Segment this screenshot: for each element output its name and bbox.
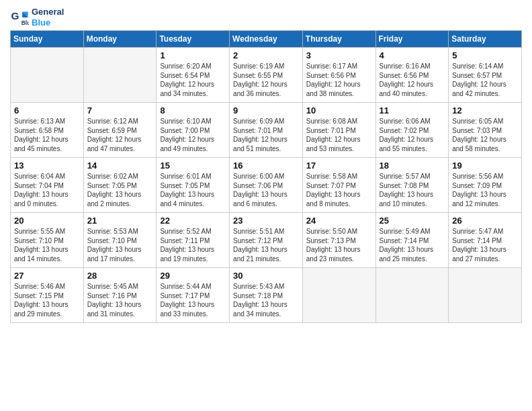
day-number: 9: [233, 105, 299, 116]
day-number: 21: [87, 216, 153, 226]
calendar-cell: 26Sunrise: 5:47 AMSunset: 7:14 PMDayligh…: [449, 213, 522, 268]
cell-daylight-info: Sunrise: 6:04 AMSunset: 7:04 PMDaylight:…: [14, 172, 80, 208]
day-number: 16: [233, 161, 299, 171]
day-number: 17: [306, 161, 372, 171]
cell-daylight-info: Sunrise: 6:13 AMSunset: 6:58 PMDaylight:…: [14, 117, 80, 153]
calendar-cell: 25Sunrise: 5:49 AMSunset: 7:14 PMDayligh…: [375, 213, 449, 268]
day-number: 23: [233, 216, 299, 226]
calendar-cell: 24Sunrise: 5:50 AMSunset: 7:13 PMDayligh…: [302, 213, 375, 268]
cell-daylight-info: Sunrise: 5:57 AMSunset: 7:08 PMDaylight:…: [380, 172, 445, 208]
header-wednesday: Wednesday: [230, 31, 303, 48]
header-thursday: Thursday: [302, 31, 375, 48]
cell-daylight-info: Sunrise: 6:01 AMSunset: 7:05 PMDaylight:…: [160, 172, 226, 208]
calendar-cell: 2Sunrise: 6:19 AMSunset: 6:55 PMDaylight…: [230, 48, 303, 103]
calendar-cell: 23Sunrise: 5:51 AMSunset: 7:12 PMDayligh…: [230, 213, 303, 268]
cell-daylight-info: Sunrise: 5:46 AMSunset: 7:15 PMDaylight:…: [14, 282, 80, 318]
cell-daylight-info: Sunrise: 5:53 AMSunset: 7:10 PMDaylight:…: [87, 227, 153, 263]
cell-daylight-info: Sunrise: 5:52 AMSunset: 7:11 PMDaylight:…: [160, 227, 226, 263]
day-number: 4: [380, 50, 445, 60]
calendar-week-row: 20Sunrise: 5:55 AMSunset: 7:10 PMDayligh…: [11, 213, 522, 268]
calendar-cell: 12Sunrise: 6:05 AMSunset: 7:03 PMDayligh…: [449, 103, 522, 158]
cell-daylight-info: Sunrise: 6:12 AMSunset: 6:59 PMDaylight:…: [87, 117, 153, 153]
day-number: 2: [233, 50, 299, 60]
calendar-cell: 13Sunrise: 6:04 AMSunset: 7:04 PMDayligh…: [11, 158, 84, 213]
calendar-week-row: 13Sunrise: 6:04 AMSunset: 7:04 PMDayligh…: [11, 158, 522, 213]
calendar-cell: 4Sunrise: 6:16 AMSunset: 6:56 PMDaylight…: [375, 48, 449, 103]
logo-general: General: [32, 7, 64, 17]
calendar-cell: 30Sunrise: 5:43 AMSunset: 7:18 PMDayligh…: [230, 268, 303, 323]
calendar-cell: [302, 268, 375, 323]
calendar-cell: [449, 268, 522, 323]
calendar-cell: 22Sunrise: 5:52 AMSunset: 7:11 PMDayligh…: [157, 213, 230, 268]
cell-daylight-info: Sunrise: 5:49 AMSunset: 7:14 PMDaylight:…: [380, 227, 445, 263]
calendar-cell: 10Sunrise: 6:08 AMSunset: 7:01 PMDayligh…: [302, 103, 375, 158]
cell-daylight-info: Sunrise: 5:51 AMSunset: 7:12 PMDaylight:…: [233, 227, 299, 263]
calendar-cell: 7Sunrise: 6:12 AMSunset: 6:59 PMDaylight…: [83, 103, 157, 158]
day-number: 1: [160, 50, 226, 60]
day-number: 13: [14, 161, 80, 171]
cell-daylight-info: Sunrise: 6:14 AMSunset: 6:57 PMDaylight:…: [452, 62, 518, 98]
day-number: 11: [380, 105, 445, 116]
cell-daylight-info: Sunrise: 6:16 AMSunset: 6:56 PMDaylight:…: [380, 62, 445, 98]
cell-daylight-info: Sunrise: 5:44 AMSunset: 7:17 PMDaylight:…: [160, 282, 226, 318]
cell-daylight-info: Sunrise: 5:55 AMSunset: 7:10 PMDaylight:…: [14, 227, 80, 263]
calendar-table: Sunday Monday Tuesday Wednesday Thursday…: [10, 30, 522, 323]
cell-daylight-info: Sunrise: 6:17 AMSunset: 6:56 PMDaylight:…: [306, 62, 372, 98]
logo: G Blue General Blue: [10, 7, 64, 28]
calendar-cell: 28Sunrise: 5:45 AMSunset: 7:16 PMDayligh…: [83, 268, 157, 323]
calendar-cell: [375, 268, 449, 323]
day-number: 3: [306, 50, 372, 60]
calendar-cell: 11Sunrise: 6:06 AMSunset: 7:02 PMDayligh…: [375, 103, 449, 158]
cell-daylight-info: Sunrise: 6:20 AMSunset: 6:54 PMDaylight:…: [160, 62, 226, 98]
page-container: G Blue General Blue Sunday Monday Tuesda…: [0, 0, 532, 330]
calendar-cell: [83, 48, 157, 103]
day-number: 30: [233, 271, 299, 281]
svg-text:G: G: [11, 9, 19, 21]
day-number: 12: [452, 105, 518, 116]
header-saturday: Saturday: [449, 31, 522, 48]
calendar-cell: 1Sunrise: 6:20 AMSunset: 6:54 PMDaylight…: [157, 48, 230, 103]
day-number: 6: [14, 105, 80, 116]
cell-daylight-info: Sunrise: 6:02 AMSunset: 7:05 PMDaylight:…: [87, 172, 153, 208]
svg-text:Blue: Blue: [21, 19, 29, 26]
day-number: 7: [87, 105, 153, 116]
calendar-cell: 29Sunrise: 5:44 AMSunset: 7:17 PMDayligh…: [157, 268, 230, 323]
day-number: 24: [306, 216, 372, 226]
day-number: 8: [160, 105, 226, 116]
calendar-cell: 15Sunrise: 6:01 AMSunset: 7:05 PMDayligh…: [157, 158, 230, 213]
header-tuesday: Tuesday: [157, 31, 230, 48]
header-monday: Monday: [83, 31, 157, 48]
logo-icon: G Blue: [10, 8, 29, 27]
cell-daylight-info: Sunrise: 5:43 AMSunset: 7:18 PMDaylight:…: [233, 282, 299, 318]
cell-daylight-info: Sunrise: 5:56 AMSunset: 7:09 PMDaylight:…: [452, 172, 518, 208]
calendar-cell: 6Sunrise: 6:13 AMSunset: 6:58 PMDaylight…: [11, 103, 84, 158]
calendar-week-row: 1Sunrise: 6:20 AMSunset: 6:54 PMDaylight…: [11, 48, 522, 103]
day-number: 29: [160, 271, 226, 281]
cell-daylight-info: Sunrise: 5:47 AMSunset: 7:14 PMDaylight:…: [452, 227, 518, 263]
logo-text: General Blue: [32, 7, 64, 28]
day-number: 10: [306, 105, 372, 116]
calendar-cell: 3Sunrise: 6:17 AMSunset: 6:56 PMDaylight…: [302, 48, 375, 103]
calendar-cell: 18Sunrise: 5:57 AMSunset: 7:08 PMDayligh…: [375, 158, 449, 213]
day-number: 22: [160, 216, 226, 226]
calendar-cell: 17Sunrise: 5:58 AMSunset: 7:07 PMDayligh…: [302, 158, 375, 213]
day-number: 28: [87, 271, 153, 281]
cell-daylight-info: Sunrise: 6:09 AMSunset: 7:01 PMDaylight:…: [233, 117, 299, 153]
cell-daylight-info: Sunrise: 6:08 AMSunset: 7:01 PMDaylight:…: [306, 117, 372, 153]
day-number: 18: [380, 161, 445, 171]
weekday-header-row: Sunday Monday Tuesday Wednesday Thursday…: [11, 31, 522, 48]
logo-blue: Blue: [32, 17, 64, 28]
cell-daylight-info: Sunrise: 5:50 AMSunset: 7:13 PMDaylight:…: [306, 227, 372, 263]
calendar-cell: 8Sunrise: 6:10 AMSunset: 7:00 PMDaylight…: [157, 103, 230, 158]
calendar-cell: 16Sunrise: 6:00 AMSunset: 7:06 PMDayligh…: [230, 158, 303, 213]
cell-daylight-info: Sunrise: 6:00 AMSunset: 7:06 PMDaylight:…: [233, 172, 299, 208]
day-number: 19: [452, 161, 518, 171]
calendar-cell: 5Sunrise: 6:14 AMSunset: 6:57 PMDaylight…: [449, 48, 522, 103]
calendar-cell: 20Sunrise: 5:55 AMSunset: 7:10 PMDayligh…: [11, 213, 84, 268]
cell-daylight-info: Sunrise: 6:05 AMSunset: 7:03 PMDaylight:…: [452, 117, 518, 153]
calendar-week-row: 6Sunrise: 6:13 AMSunset: 6:58 PMDaylight…: [11, 103, 522, 158]
day-number: 27: [14, 271, 80, 281]
calendar-cell: 21Sunrise: 5:53 AMSunset: 7:10 PMDayligh…: [83, 213, 157, 268]
header-friday: Friday: [375, 31, 449, 48]
cell-daylight-info: Sunrise: 6:19 AMSunset: 6:55 PMDaylight:…: [233, 62, 299, 98]
